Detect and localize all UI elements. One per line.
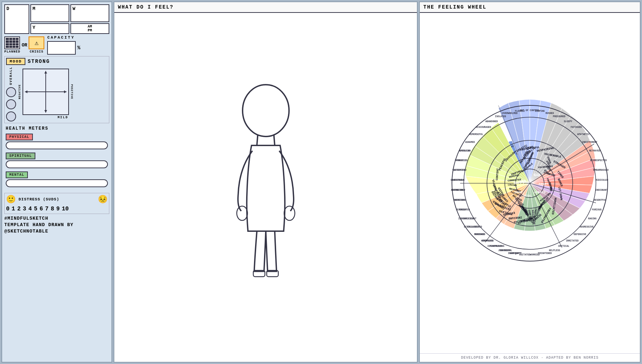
svg-marker-5 xyxy=(44,110,47,113)
physical-meter: PHYSICAL xyxy=(6,133,108,149)
svg-text:IRRITATED: IRRITATED xyxy=(566,240,578,242)
distress-8[interactable]: 8 xyxy=(51,206,54,212)
distress-1[interactable]: 1 xyxy=(12,206,15,212)
svg-text:REMORSEFUL: REMORSEFUL xyxy=(469,133,483,135)
svg-text:CONTRARY: CONTRARY xyxy=(509,252,520,254)
feeling-wheel: .fw-text { font-family: 'Courier New', m… xyxy=(430,83,630,283)
svg-text:HELPLESS: HELPLESS xyxy=(549,249,560,251)
weekday-box[interactable]: W xyxy=(70,4,109,22)
svg-text:ENERGISED: ENERGISED xyxy=(453,199,466,201)
distress-10[interactable]: 10 xyxy=(62,206,69,212)
planned-crisis-row: PLANNED OR ⚠ CRISIS CAPACITY % xyxy=(4,35,109,55)
physical-bar[interactable] xyxy=(6,141,108,149)
year-box[interactable]: Y xyxy=(30,23,69,34)
circle-2[interactable] xyxy=(6,99,16,109)
svg-point-9 xyxy=(237,206,247,220)
capacity-label: CAPACITY xyxy=(47,35,109,40)
middle-panel: WHAT DO I FEEL? xyxy=(114,1,418,363)
mental-meter: MENTAL xyxy=(6,171,108,187)
svg-text:DISAPPROVING: DISAPPROVING xyxy=(488,245,504,248)
svg-text:FURIOUS: FURIOUS xyxy=(592,208,602,211)
crisis-label: CRISIS xyxy=(30,50,43,54)
svg-text:DISRESPECTED: DISRESPECTED xyxy=(590,159,607,161)
month-label: M xyxy=(33,6,35,11)
or-text: OR xyxy=(22,43,28,48)
mood-grid[interactable] xyxy=(23,69,69,115)
wheel-area: .fw-text { font-family: 'Courier New', m… xyxy=(420,13,640,353)
planned-box: PLANNED xyxy=(4,36,20,54)
left-panel: D M W Y AM PM PLANNED OR ⚠ C xyxy=(1,1,112,363)
svg-text:SLEEPY: SLEEPY xyxy=(564,120,572,123)
happy-smiley: 🙂 xyxy=(6,195,16,204)
distress-7[interactable]: 7 xyxy=(45,206,49,212)
am-label: AM xyxy=(88,25,92,29)
distress-9[interactable]: 9 xyxy=(56,206,60,212)
negative-axis-label: NEGATIVE xyxy=(18,84,21,99)
svg-text:ASHAMED: ASHAMED xyxy=(465,141,475,144)
day-label: D xyxy=(6,6,9,11)
svg-text:DISG.: DISG. xyxy=(523,194,533,198)
mental-bar[interactable] xyxy=(6,179,108,187)
distress-label: DISTRESS (SUDS) xyxy=(19,197,95,201)
svg-text:LOOPING: LOOPING xyxy=(535,110,544,112)
svg-text:PRESSURED: PRESSURED xyxy=(553,115,566,118)
crisis-box: ⚠ CRISIS xyxy=(29,36,44,54)
svg-text:WORRIED: WORRIED xyxy=(530,253,539,256)
svg-text:DISILLUSIONED: DISILLUSIONED xyxy=(464,226,482,228)
svg-text:INDIGNANT: INDIGNANT xyxy=(595,189,608,191)
svg-text:DEFENSIVE: DEFENSIVE xyxy=(574,233,586,236)
crisis-icon[interactable]: ⚠ xyxy=(29,36,44,49)
svg-text:FATIGUED: FATIGUED xyxy=(571,126,582,129)
svg-text:CRITICAL: CRITICAL xyxy=(558,245,569,248)
svg-text:ASTONISHED: ASTONISHED xyxy=(451,189,465,191)
svg-text:ANGRY: ANGRY xyxy=(538,183,548,186)
wheel-footer: DEVELOPED BY DR. GLORIA WILLCOX · ADAPTE… xyxy=(420,353,640,362)
capacity-bar[interactable] xyxy=(47,41,76,55)
weekday-label: W xyxy=(73,6,75,11)
date-section: D M W Y AM PM xyxy=(4,4,109,34)
planned-icon[interactable] xyxy=(4,36,20,49)
circle-3[interactable] xyxy=(6,111,16,121)
spiritual-meter: SPIRITUAL xyxy=(6,152,108,168)
distress-6[interactable]: 6 xyxy=(40,206,43,212)
mood-badge: MOOD xyxy=(6,58,25,65)
ampm-box[interactable]: AM PM xyxy=(70,23,109,34)
overall-circles: OVERALL xyxy=(6,66,16,121)
health-title: HEALTH METERS xyxy=(6,126,108,131)
svg-marker-1 xyxy=(64,90,66,93)
svg-text:RESENTFUL: RESENTFUL xyxy=(593,199,606,201)
distress-0[interactable]: 0 xyxy=(6,206,10,212)
footer-line2: TEMPLATE HAND DRAWN BY xyxy=(4,222,109,228)
svg-text:SHOCKED: SHOCKED xyxy=(475,233,484,236)
distress-numbers: 0 1 2 3 4 5 6 7 8 9 10 xyxy=(6,206,108,212)
svg-text:STARTLED: STARTLED xyxy=(482,240,493,242)
distress-2[interactable]: 2 xyxy=(17,206,21,212)
svg-text:ISOLATED: ISOLATED xyxy=(495,115,506,118)
body-figure xyxy=(216,79,316,295)
svg-text:APATHETIC: APATHETIC xyxy=(577,133,590,135)
svg-text:EMBARRASSED: EMBARRASSED xyxy=(593,169,608,171)
svg-text:ABANDONED: ABANDONED xyxy=(485,120,498,123)
svg-text:RUSHED: RUSHED xyxy=(546,112,554,114)
sad-smiley: 😣 xyxy=(98,195,108,204)
spiritual-bar[interactable] xyxy=(6,160,108,168)
svg-marker-4 xyxy=(44,71,47,74)
svg-text:FRIGHTENED: FRIGHTENED xyxy=(538,252,552,254)
planned-label: PLANNED xyxy=(4,50,20,54)
footer-line3: @SKETCHNOTABLE xyxy=(4,228,109,235)
pm-label: PM xyxy=(88,29,92,33)
circle-1[interactable] xyxy=(6,87,16,97)
distress-section: 🙂 DISTRESS (SUDS) 😣 0 1 2 3 4 5 6 7 8 9 … xyxy=(4,193,109,214)
svg-line-7 xyxy=(257,135,258,145)
distress-3[interactable]: 3 xyxy=(23,206,26,212)
distress-4[interactable]: 4 xyxy=(28,206,32,212)
middle-title: WHAT DO I FEEL? xyxy=(114,2,417,13)
svg-text:PERPLEXED: PERPLEXED xyxy=(461,218,474,220)
svg-text:HORRIFIED: HORRIFIED xyxy=(455,159,467,161)
spiritual-label: SPIRITUAL xyxy=(6,153,35,159)
distress-5[interactable]: 5 xyxy=(34,206,38,212)
day-box[interactable]: D xyxy=(4,4,29,34)
month-box[interactable]: M xyxy=(30,4,69,22)
strong-label: STRONG xyxy=(28,59,50,64)
physical-label: PHYSICAL xyxy=(6,134,33,140)
